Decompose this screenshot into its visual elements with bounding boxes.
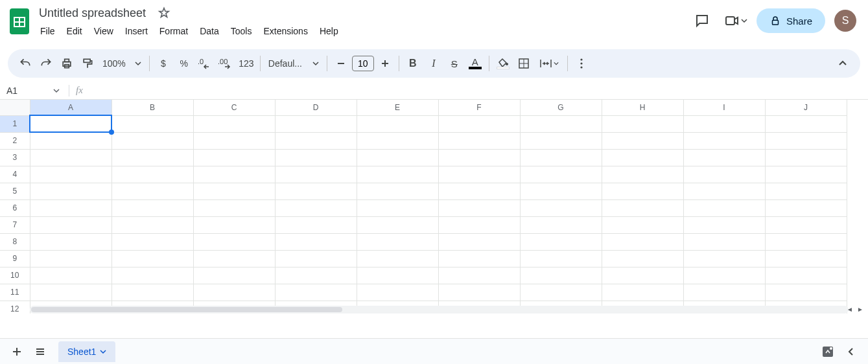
font-size-input[interactable] — [352, 56, 374, 71]
cell[interactable] — [111, 233, 193, 250]
cell[interactable] — [438, 267, 520, 284]
col-header-C[interactable]: C — [193, 100, 275, 115]
cell[interactable] — [275, 132, 357, 149]
sheets-logo[interactable] — [6, 5, 32, 38]
cell[interactable] — [193, 216, 275, 233]
cell[interactable] — [275, 115, 357, 132]
cell[interactable] — [520, 183, 602, 199]
cell[interactable] — [193, 267, 275, 284]
cell[interactable] — [275, 183, 357, 199]
cell[interactable] — [602, 132, 683, 149]
cell[interactable] — [683, 250, 765, 267]
cell[interactable] — [357, 199, 438, 216]
cell[interactable] — [520, 267, 602, 284]
merge-cells-button[interactable] — [535, 54, 563, 73]
row-header-5[interactable]: 5 — [0, 183, 30, 199]
cell[interactable] — [357, 284, 438, 301]
col-header-F[interactable]: F — [438, 100, 520, 115]
menu-extensions[interactable]: Extensions — [258, 23, 312, 39]
select-all-corner[interactable] — [0, 100, 30, 115]
cell[interactable] — [357, 166, 438, 183]
cell[interactable] — [357, 115, 438, 132]
redo-button[interactable] — [36, 54, 56, 73]
cell[interactable] — [438, 199, 520, 216]
font-family-select[interactable]: Defaul... — [264, 58, 323, 69]
cell[interactable] — [765, 199, 847, 216]
cell[interactable] — [193, 250, 275, 267]
cell[interactable] — [765, 115, 847, 132]
cell[interactable] — [193, 115, 275, 132]
menu-format[interactable]: Format — [154, 23, 193, 39]
cell[interactable] — [357, 250, 438, 267]
col-header-I[interactable]: I — [683, 100, 765, 115]
cell[interactable] — [275, 166, 357, 183]
cell[interactable] — [30, 149, 111, 166]
cell[interactable] — [438, 183, 520, 199]
menu-view[interactable]: View — [89, 23, 119, 39]
currency-button[interactable]: $ — [154, 54, 173, 73]
account-avatar[interactable]: S — [834, 10, 856, 32]
cell-A1[interactable] — [30, 115, 111, 132]
cell[interactable] — [683, 216, 765, 233]
menu-data[interactable]: Data — [194, 23, 224, 39]
cell[interactable] — [30, 233, 111, 250]
cell[interactable] — [602, 267, 683, 284]
cell[interactable] — [602, 233, 683, 250]
cell[interactable] — [602, 216, 683, 233]
cell[interactable] — [765, 183, 847, 199]
cell[interactable] — [30, 267, 111, 284]
show-side-panel-button[interactable] — [839, 340, 863, 363]
cell[interactable] — [602, 149, 683, 166]
paint-format-button[interactable] — [78, 54, 97, 73]
cell[interactable] — [30, 216, 111, 233]
cell[interactable] — [30, 199, 111, 216]
cell[interactable] — [275, 267, 357, 284]
cell[interactable] — [357, 216, 438, 233]
undo-button[interactable] — [16, 54, 35, 73]
cell[interactable] — [111, 199, 193, 216]
scroll-right-button[interactable]: ► — [855, 304, 865, 313]
share-button[interactable]: Share — [757, 8, 825, 33]
percent-button[interactable]: % — [174, 54, 194, 73]
row-header-10[interactable]: 10 — [0, 267, 30, 284]
cell[interactable] — [602, 284, 683, 301]
cell[interactable] — [602, 166, 683, 183]
cell[interactable] — [520, 132, 602, 149]
cell[interactable] — [438, 166, 520, 183]
cell[interactable] — [275, 149, 357, 166]
cell[interactable] — [111, 149, 193, 166]
cell[interactable] — [765, 233, 847, 250]
cell[interactable] — [275, 250, 357, 267]
menu-tools[interactable]: Tools — [226, 23, 257, 39]
cell[interactable] — [275, 284, 357, 301]
scrollbar-thumb[interactable] — [31, 307, 342, 312]
cell[interactable] — [111, 183, 193, 199]
row-header-7[interactable]: 7 — [0, 216, 30, 233]
cell[interactable] — [438, 233, 520, 250]
cell[interactable] — [765, 166, 847, 183]
cell[interactable] — [357, 267, 438, 284]
cell[interactable] — [438, 132, 520, 149]
menu-insert[interactable]: Insert — [120, 23, 153, 39]
all-sheets-button[interactable] — [29, 340, 52, 363]
row-header-4[interactable]: 4 — [0, 166, 30, 183]
cell[interactable] — [111, 250, 193, 267]
col-header-A[interactable]: A — [30, 100, 111, 115]
cell[interactable] — [765, 267, 847, 284]
col-header-D[interactable]: D — [275, 100, 357, 115]
cell[interactable] — [193, 233, 275, 250]
row-header-8[interactable]: 8 — [0, 233, 30, 250]
zoom-select[interactable]: 100% — [99, 58, 145, 69]
cell[interactable] — [438, 149, 520, 166]
comments-button[interactable] — [689, 8, 715, 34]
cell[interactable] — [275, 233, 357, 250]
formula-input[interactable] — [86, 82, 868, 99]
grid-scroll[interactable]: A B C D E F G H I J 1 2 3 4 5 6 7 8 9 10… — [0, 100, 849, 313]
row-header-12[interactable]: 12 — [0, 301, 30, 313]
cell[interactable] — [520, 216, 602, 233]
cell[interactable] — [683, 166, 765, 183]
cell[interactable] — [111, 267, 193, 284]
name-box[interactable]: A1 — [0, 85, 65, 96]
cell[interactable] — [683, 233, 765, 250]
cell[interactable] — [520, 149, 602, 166]
